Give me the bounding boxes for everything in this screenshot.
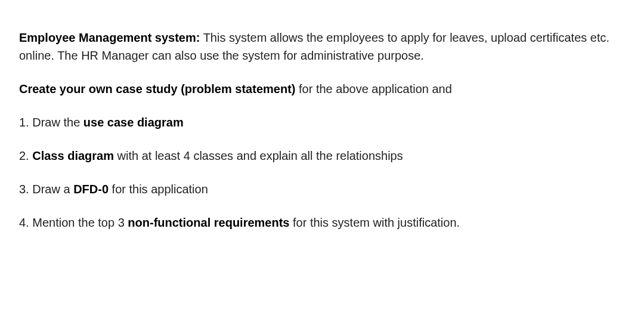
item-prefix: 2. [19, 149, 32, 162]
item-suffix: with at least 4 classes and explain all … [114, 149, 403, 162]
list-item-2: 2. Class diagram with at least 4 classes… [19, 147, 625, 165]
item-bold: Class diagram [32, 149, 114, 162]
item-prefix: 1. Draw the [19, 116, 83, 129]
item-prefix: 3. Draw a [19, 183, 73, 196]
instruction-paragraph: Create your own case study (problem stat… [19, 80, 625, 98]
item-suffix: for this system with justification. [289, 216, 460, 229]
item-suffix: for this application [109, 183, 208, 196]
item-bold: DFD-0 [73, 183, 109, 196]
intro-title: Employee Management system: [19, 31, 200, 44]
intro-paragraph: Employee Management system: This system … [19, 29, 625, 64]
item-prefix: 4. Mention the top 3 [19, 216, 128, 229]
instruction-rest: for the above application and [295, 82, 451, 95]
item-bold: non-functional requirements [128, 216, 289, 229]
list-item-1: 1. Draw the use case diagram [19, 113, 625, 131]
instruction-bold: Create your own case study (problem stat… [19, 82, 295, 95]
item-bold: use case diagram [83, 116, 184, 129]
list-item-3: 3. Draw a DFD-0 for this application [19, 180, 625, 198]
list-item-4: 4. Mention the top 3 non-functional requ… [19, 214, 625, 231]
